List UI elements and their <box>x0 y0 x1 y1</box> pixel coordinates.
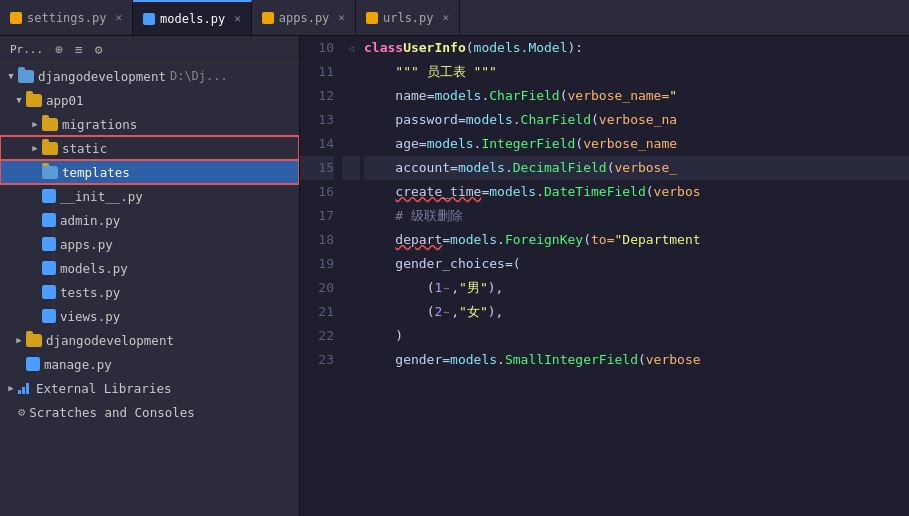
tree-external[interactable]: External Libraries <box>0 376 299 400</box>
templates-label: templates <box>62 165 130 180</box>
code-line-22: ) <box>364 324 909 348</box>
arrow-app01 <box>12 95 26 105</box>
code-area: 10 11 12 13 14 15 16 17 18 19 20 21 22 2… <box>300 36 909 516</box>
tab-models-close[interactable]: ✕ <box>234 12 241 25</box>
tree-apps[interactable]: apps.py <box>0 232 299 256</box>
arrow-external <box>4 383 18 393</box>
gear-toolbar-icon[interactable]: ⚙ <box>91 40 107 59</box>
arrow-static <box>28 143 42 153</box>
views-label: views.py <box>60 309 120 324</box>
code-line-23: gender=models.SmallIntegerField(verbose <box>364 348 909 372</box>
tree-views[interactable]: views.py <box>0 304 299 328</box>
code-line-11: """ 员工表 """ <box>364 60 909 84</box>
code-line-14: age = models.IntegerField(verbose_name <box>364 132 909 156</box>
project-icon: Pr... <box>6 41 47 58</box>
models-sidebar-label: models.py <box>60 261 128 276</box>
tree-models[interactable]: models.py <box>0 256 299 280</box>
tab-urls-label: urls.py <box>383 11 434 25</box>
code-line-15: account = models.DecimalField(verbose_ <box>364 156 909 180</box>
tab-bar: settings.py ✕ models.py ✕ apps.py ✕ urls… <box>0 0 909 36</box>
root-folder-icon <box>18 70 34 83</box>
tab-settings[interactable]: settings.py ✕ <box>0 0 133 35</box>
code-line-17: # 级联删除 <box>364 204 909 228</box>
dd2-label: djangodevelopment <box>46 333 174 348</box>
sidebar-toolbar: Pr... ⊕ ≡ ⚙ <box>0 36 299 64</box>
tab-settings-close[interactable]: ✕ <box>115 11 122 24</box>
tree-app01[interactable]: app01 <box>0 88 299 112</box>
manage-label: manage.py <box>44 357 112 372</box>
tab-urls-close[interactable]: ✕ <box>443 11 450 24</box>
root-path: D:\Dj... <box>170 69 228 83</box>
templates-folder-icon <box>42 166 58 179</box>
tree-root[interactable]: djangodevelopment D:\Dj... <box>0 64 299 88</box>
code-line-21: (2～,"女"), <box>364 300 909 324</box>
urls-file-icon <box>366 12 378 24</box>
apps-sidebar-file-icon <box>42 237 56 251</box>
code-line-16: create_time=models.DateTimeField(verbos <box>364 180 909 204</box>
tree-static[interactable]: static <box>0 136 299 160</box>
line-numbers: 10 11 12 13 14 15 16 17 18 19 20 21 22 2… <box>300 36 342 516</box>
tests-file-icon <box>42 285 56 299</box>
external-bar-icon <box>18 382 32 394</box>
collapse-icon[interactable]: ≡ <box>71 40 87 59</box>
tree-templates[interactable]: templates <box>0 160 299 184</box>
tab-apps-label: apps.py <box>279 11 330 25</box>
tree-manage[interactable]: manage.py <box>0 352 299 376</box>
init-file-icon <box>42 189 56 203</box>
arrow-dd2 <box>12 335 26 345</box>
code-line-12: name = models.CharField(verbose_name=" <box>364 84 909 108</box>
tab-models[interactable]: models.py ✕ <box>133 0 252 35</box>
code-line-13: password = models.CharField(verbose_na <box>364 108 909 132</box>
tree-djangodevelopment2[interactable]: djangodevelopment <box>0 328 299 352</box>
app01-label: app01 <box>46 93 84 108</box>
tree-migrations[interactable]: migrations <box>0 112 299 136</box>
external-label: External Libraries <box>36 381 171 396</box>
code-line-18: depart= models.ForeignKey(to="Department <box>364 228 909 252</box>
tab-models-label: models.py <box>160 12 225 26</box>
tab-urls[interactable]: urls.py ✕ <box>356 0 460 35</box>
code-line-10: class UserInfo(models.Model): <box>364 36 909 60</box>
tree-admin[interactable]: admin.py <box>0 208 299 232</box>
views-file-icon <box>42 309 56 323</box>
main-content: Pr... ⊕ ≡ ⚙ djangodevelopment D:\Dj... a… <box>0 36 909 516</box>
arrow-root <box>4 71 18 81</box>
dd2-folder-icon <box>26 334 42 347</box>
migrations-folder-icon <box>42 118 58 131</box>
tests-label: tests.py <box>60 285 120 300</box>
tab-settings-label: settings.py <box>27 11 106 25</box>
app01-folder-icon <box>26 94 42 107</box>
root-label: djangodevelopment <box>38 69 166 84</box>
add-icon[interactable]: ⊕ <box>51 40 67 59</box>
tree-init[interactable]: __init__.py <box>0 184 299 208</box>
admin-file-icon <box>42 213 56 227</box>
code-content: class UserInfo(models.Model): """ 员工表 ""… <box>360 36 909 516</box>
settings-file-icon <box>10 12 22 24</box>
static-label: static <box>62 141 107 156</box>
migrations-label: migrations <box>62 117 137 132</box>
sidebar: Pr... ⊕ ≡ ⚙ djangodevelopment D:\Dj... a… <box>0 36 300 516</box>
code-line-19: gender_choices=( <box>364 252 909 276</box>
init-label: __init__.py <box>60 189 143 204</box>
arrow-migrations <box>28 119 42 129</box>
apps-sidebar-label: apps.py <box>60 237 113 252</box>
tab-apps-close[interactable]: ✕ <box>338 11 345 24</box>
static-folder-icon <box>42 142 58 155</box>
tree-scratches[interactable]: ⚙ Scratches and Consoles <box>0 400 299 424</box>
gutter: ◁ <box>342 36 360 516</box>
code-line-20: (1～,"男"), <box>364 276 909 300</box>
admin-label: admin.py <box>60 213 120 228</box>
scratches-label: Scratches and Consoles <box>29 405 195 420</box>
models-sidebar-file-icon <box>42 261 56 275</box>
tree-tests[interactable]: tests.py <box>0 280 299 304</box>
tab-apps[interactable]: apps.py ✕ <box>252 0 356 35</box>
manage-file-icon <box>26 357 40 371</box>
scratches-icon: ⚙ <box>18 405 25 419</box>
apps-file-icon <box>262 12 274 24</box>
models-file-icon <box>143 13 155 25</box>
